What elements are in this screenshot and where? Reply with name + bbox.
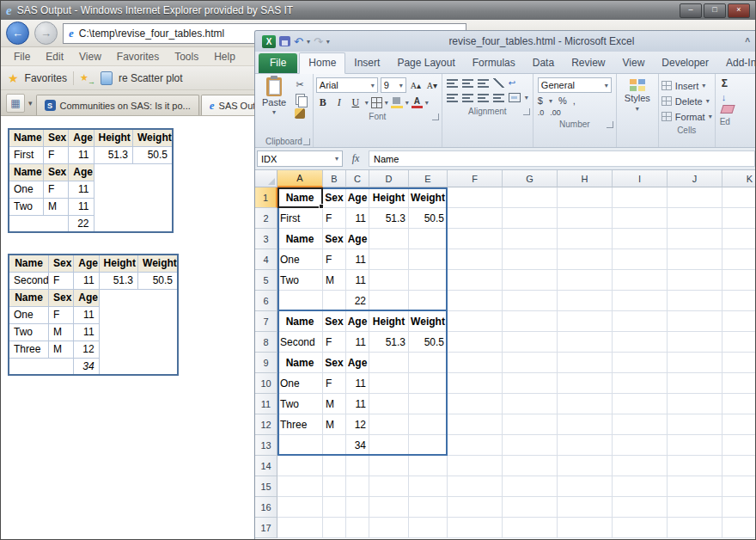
grow-font-button[interactable]: A▴: [409, 78, 423, 92]
align-bottom-icon[interactable]: [478, 79, 489, 88]
merge-caret-icon[interactable]: ▾: [525, 94, 528, 101]
shrink-font-button[interactable]: A▾: [425, 78, 439, 92]
row-header-8[interactable]: 8: [255, 332, 277, 353]
cell-C5[interactable]: 11: [346, 270, 369, 291]
row-header-12[interactable]: 12: [255, 414, 277, 435]
column-header-F[interactable]: F: [448, 170, 503, 187]
cell-D17[interactable]: [369, 518, 409, 538]
ribbon-tab-review[interactable]: Review: [563, 53, 613, 73]
cell-D4[interactable]: [369, 249, 409, 270]
menu-item-help[interactable]: Help: [206, 49, 243, 64]
cell-H10[interactable]: [558, 373, 613, 394]
cell-D3[interactable]: [369, 229, 409, 249]
cell-G3[interactable]: [503, 229, 558, 249]
cell-A14[interactable]: [277, 456, 323, 476]
cell-I6[interactable]: [613, 291, 668, 311]
quick-tabs-icon[interactable]: ▦: [6, 94, 25, 113]
wrap-text-icon[interactable]: ↩: [509, 78, 515, 88]
add-to-favorites-icon[interactable]: ★ →: [80, 71, 94, 85]
cell-H7[interactable]: [558, 311, 613, 332]
select-all-corner[interactable]: [255, 170, 277, 187]
cell-A5[interactable]: Two: [277, 270, 323, 291]
cell-B14[interactable]: [323, 456, 346, 476]
row-header-3[interactable]: 3: [255, 229, 277, 249]
cell-E14[interactable]: [409, 456, 448, 476]
cell-F7[interactable]: [448, 311, 503, 332]
cell-J17[interactable]: [668, 518, 722, 538]
row-header-2[interactable]: 2: [255, 208, 277, 229]
cell-F3[interactable]: [448, 229, 503, 249]
cell-B6[interactable]: [323, 291, 346, 311]
cell-C12[interactable]: 12: [346, 414, 369, 435]
cell-B12[interactable]: M: [323, 414, 346, 435]
row-header-5[interactable]: 5: [255, 270, 277, 291]
underline-caret-icon[interactable]: ▾: [365, 99, 369, 107]
cell-I14[interactable]: [613, 456, 668, 476]
cell-C16[interactable]: [346, 497, 369, 518]
row-header-6[interactable]: 6: [255, 291, 277, 311]
cell-G17[interactable]: [503, 518, 558, 538]
cell-J12[interactable]: [668, 414, 722, 435]
cell-J16[interactable]: [668, 497, 722, 518]
cell-H11[interactable]: [558, 394, 613, 414]
cell-K15[interactable]: [722, 476, 756, 497]
row-header-4[interactable]: 4: [255, 249, 277, 270]
cell-F15[interactable]: [448, 476, 503, 497]
cell-K7[interactable]: [722, 311, 756, 332]
formula-input[interactable]: Name: [369, 150, 755, 167]
cell-A7[interactable]: Name: [277, 311, 323, 332]
cell-A17[interactable]: [277, 518, 323, 538]
cell-H2[interactable]: [558, 208, 613, 229]
cell-B10[interactable]: F: [323, 373, 346, 394]
cell-E12[interactable]: [409, 414, 448, 435]
currency-caret-icon[interactable]: ▾: [549, 97, 552, 105]
cell-G7[interactable]: [503, 311, 558, 332]
cell-F5[interactable]: [448, 270, 503, 291]
cell-D9[interactable]: [369, 353, 409, 373]
column-header-B[interactable]: B: [323, 170, 346, 187]
cell-F12[interactable]: [448, 414, 503, 435]
styles-button[interactable]: Styles ▾: [619, 76, 655, 113]
percent-button[interactable]: %: [558, 95, 567, 106]
cell-B7[interactable]: Sex: [323, 311, 346, 332]
cell-J11[interactable]: [668, 394, 722, 414]
format-painter-button[interactable]: [292, 107, 308, 120]
cell-F17[interactable]: [448, 518, 503, 538]
row-header-14[interactable]: 14: [255, 456, 277, 476]
cell-D5[interactable]: [369, 270, 409, 291]
borders-icon[interactable]: [371, 97, 382, 108]
cell-J1[interactable]: [668, 187, 722, 208]
cell-G9[interactable]: [503, 353, 558, 373]
italic-button[interactable]: I: [332, 95, 346, 109]
autosum-button[interactable]: Σ: [722, 77, 734, 89]
number-format-combo[interactable]: General ▾: [538, 77, 612, 93]
cell-G8[interactable]: [503, 332, 558, 353]
cell-J7[interactable]: [668, 311, 722, 332]
ribbon-tab-formulas[interactable]: Formulas: [464, 53, 524, 73]
cell-A1[interactable]: Name: [277, 187, 323, 208]
cell-F6[interactable]: [448, 291, 503, 311]
cell-E8[interactable]: 50.5: [409, 332, 448, 353]
cell-C17[interactable]: [346, 518, 369, 538]
cell-I2[interactable]: [613, 208, 668, 229]
forward-button[interactable]: →: [34, 21, 58, 45]
column-header-C[interactable]: C: [346, 170, 369, 187]
menu-item-view[interactable]: View: [71, 49, 109, 64]
cell-C8[interactable]: 11: [346, 332, 369, 353]
cell-I7[interactable]: [613, 311, 668, 332]
cell-J6[interactable]: [668, 291, 722, 311]
underline-button[interactable]: U: [349, 95, 363, 109]
bold-button[interactable]: B: [316, 95, 330, 109]
cell-B11[interactable]: M: [323, 394, 346, 414]
font-name-combo[interactable]: Arial ▾: [316, 77, 378, 93]
column-header-A[interactable]: A: [277, 170, 323, 187]
number-dialog-launcher[interactable]: [607, 121, 613, 128]
cell-G12[interactable]: [503, 414, 558, 435]
cell-I9[interactable]: [613, 353, 668, 373]
close-button[interactable]: ×: [728, 3, 750, 18]
cell-D14[interactable]: [369, 456, 409, 476]
delete-button[interactable]: Delete ▾: [662, 94, 712, 108]
cell-D13[interactable]: [369, 435, 409, 456]
cell-B8[interactable]: F: [323, 332, 346, 353]
column-header-K[interactable]: K: [722, 170, 756, 187]
